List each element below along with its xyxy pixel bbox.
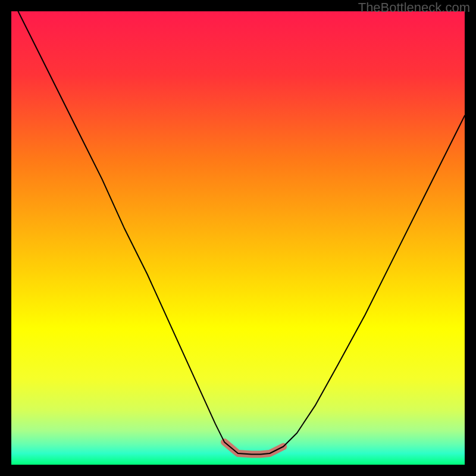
chart-frame: TheBottleneck.com [0, 0, 476, 476]
bottleneck-curve-path [11, 11, 465, 455]
trough-highlight-path [224, 442, 283, 455]
watermark-text: TheBottleneck.com [358, 0, 470, 15]
plot-area [11, 11, 465, 465]
curve-layer [11, 11, 465, 465]
